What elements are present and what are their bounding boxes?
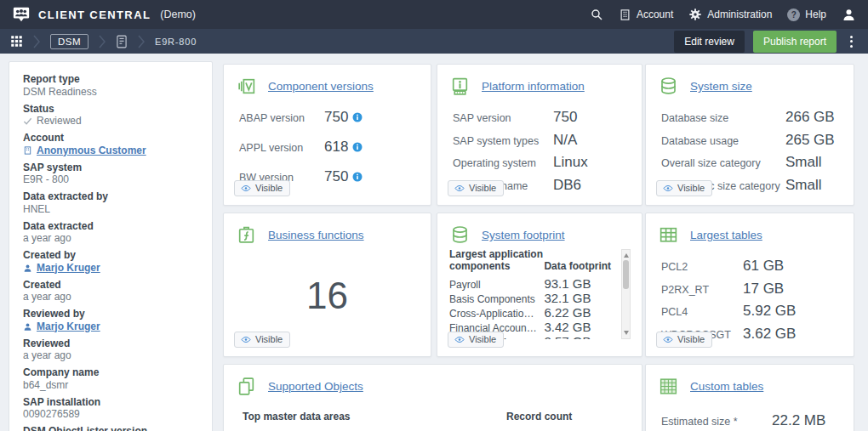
visible-badge[interactable]: Visible bbox=[234, 332, 290, 348]
row-label: ABAP version bbox=[239, 112, 324, 124]
scrollbar-thumb[interactable] bbox=[623, 260, 629, 289]
nav-administration-label: Administration bbox=[707, 9, 772, 20]
edit-review-button[interactable]: Edit review bbox=[674, 31, 745, 53]
row-label: SAP system types bbox=[453, 135, 553, 147]
eye-icon bbox=[454, 184, 465, 192]
column-header: Data footprint bbox=[544, 260, 611, 272]
report-document-icon[interactable] bbox=[116, 35, 128, 48]
visible-badge-label: Visible bbox=[469, 183, 496, 193]
kv-row: P2RX_RT 17 GB bbox=[661, 281, 842, 298]
footprint-row: Basis Components 32.1 GB bbox=[449, 291, 619, 305]
top-nav-items: Account Administration ? Help bbox=[590, 8, 856, 22]
component-versions-title-link[interactable]: Component versions bbox=[268, 80, 374, 93]
field-created: Created a year ago bbox=[23, 280, 198, 304]
row-label: Basis Components bbox=[449, 293, 544, 305]
row-label: Operating system bbox=[453, 157, 553, 169]
field-value: 0090276589 bbox=[23, 408, 198, 421]
kv-row: PCL4 5.92 GB bbox=[661, 303, 842, 320]
field-value: Reviewed bbox=[37, 115, 82, 128]
nav-account[interactable]: Account bbox=[619, 9, 673, 21]
scroll-up-icon[interactable] bbox=[624, 253, 629, 258]
visible-badge[interactable]: Visible bbox=[656, 332, 712, 348]
user-profile-icon[interactable] bbox=[842, 8, 856, 22]
visible-badge[interactable]: Visible bbox=[234, 180, 290, 196]
field-label: Company name bbox=[23, 367, 198, 379]
apps-grid-icon[interactable] bbox=[10, 35, 23, 48]
person-icon bbox=[23, 322, 32, 332]
info-icon[interactable] bbox=[352, 172, 363, 182]
row-value: Small bbox=[785, 154, 822, 171]
field-value: E9R - 800 bbox=[23, 173, 198, 186]
row-label: SAP version bbox=[453, 112, 553, 124]
info-icon[interactable] bbox=[352, 142, 363, 152]
kv-row: Operating system Linux bbox=[453, 154, 630, 171]
row-label: Cross-Application Components bbox=[449, 308, 544, 320]
row-value: 17 GB bbox=[743, 281, 784, 298]
row-value: 3.42 GB bbox=[544, 320, 591, 334]
row-label: APPL version bbox=[239, 142, 324, 154]
system-footprint-title-link[interactable]: System footprint bbox=[482, 229, 565, 241]
field-label: Report type bbox=[23, 74, 198, 86]
kv-row: APPL version 618 bbox=[239, 139, 419, 156]
row-value: 5.92 GB bbox=[743, 303, 796, 320]
footprint-row: Payroll 93.1 GB bbox=[449, 276, 619, 291]
field-data-extracted-by: Data extracted by HNEL bbox=[23, 191, 198, 216]
field-label: Reviewed by bbox=[23, 309, 198, 320]
row-value: 265 GB bbox=[785, 132, 835, 149]
component-versions-card: Component versions ABAP version 750 APPL… bbox=[223, 64, 431, 206]
nav-help-label: Help bbox=[805, 9, 826, 20]
row-label: Database usage bbox=[661, 135, 785, 147]
search-icon[interactable] bbox=[590, 8, 603, 21]
brand-demo-label: (Demo) bbox=[160, 9, 196, 20]
row-label: Payroll bbox=[449, 279, 544, 291]
field-sap-system: SAP system E9R - 800 bbox=[23, 162, 198, 187]
scroll-down-icon[interactable] bbox=[624, 331, 629, 335]
kv-row: SAP system types N/A bbox=[453, 132, 630, 149]
building-icon bbox=[619, 9, 631, 21]
nav-account-label: Account bbox=[637, 9, 673, 20]
publish-report-button[interactable]: Publish report bbox=[753, 31, 837, 53]
system-size-title-link[interactable]: System size bbox=[690, 80, 752, 93]
check-icon bbox=[23, 116, 32, 126]
row-value: 2.57 GB bbox=[544, 334, 591, 339]
custom-tables-title-link[interactable]: Custom tables bbox=[690, 380, 763, 393]
chevron-right-icon bbox=[98, 35, 106, 48]
breadcrumb-dsm[interactable]: DSM bbox=[50, 34, 89, 49]
largest-tables-title-link[interactable]: Largest tables bbox=[690, 229, 762, 241]
person-icon bbox=[23, 264, 32, 273]
platform-information-title-link[interactable]: Platform information bbox=[482, 80, 585, 93]
app-brand[interactable]: CLIENT CENTRAL (Demo) bbox=[12, 5, 196, 24]
field-label: Status bbox=[23, 104, 198, 116]
visible-badge[interactable]: Visible bbox=[656, 180, 712, 196]
field-value: DSM Readiness bbox=[23, 86, 198, 99]
more-options-icon[interactable] bbox=[845, 33, 858, 50]
column-header: Record count bbox=[506, 411, 572, 422]
breadcrumb-system[interactable]: E9R-800 bbox=[155, 37, 197, 47]
row-label: PCL4 bbox=[661, 306, 743, 318]
kv-row: PCL2 61 GB bbox=[661, 258, 842, 275]
info-icon[interactable] bbox=[352, 112, 363, 122]
scrollbar[interactable] bbox=[621, 249, 631, 339]
field-data-extracted: Data extracted a year ago bbox=[23, 221, 198, 246]
supported-objects-table: Top master data areas Record count ERP-H… bbox=[224, 397, 642, 431]
kv-row: Database size 266 GB bbox=[661, 109, 842, 126]
nav-administration[interactable]: Administration bbox=[688, 8, 772, 21]
kv-row: Overall size category Small bbox=[661, 154, 842, 171]
row-value: 618 bbox=[324, 139, 348, 156]
business-functions-title-link[interactable]: Business functions bbox=[268, 229, 364, 241]
reviewed-by-link[interactable]: Marjo Kruger bbox=[37, 320, 100, 333]
supported-objects-title-link[interactable]: Supported Objects bbox=[268, 380, 363, 393]
row-value: 3.62 GB bbox=[743, 326, 796, 343]
created-by-link[interactable]: Marjo Kruger bbox=[37, 262, 100, 275]
visible-badge-label: Visible bbox=[255, 334, 283, 344]
chevron-right-icon bbox=[137, 35, 146, 48]
account-link[interactable]: Anonymous Customer bbox=[37, 145, 146, 157]
row-value: 61 GB bbox=[743, 258, 784, 275]
row-value: 6.22 GB bbox=[544, 305, 591, 320]
nav-help[interactable]: ? Help bbox=[787, 9, 826, 21]
footprint-row: Cross-Application Components 6.22 GB bbox=[449, 305, 619, 320]
breadcrumb-bar: DSM E9R-800 Edit review Publish report bbox=[0, 29, 868, 54]
visible-badge-label: Visible bbox=[677, 334, 705, 344]
visible-badge[interactable]: Visible bbox=[448, 180, 504, 196]
visible-badge[interactable]: Visible bbox=[448, 332, 504, 348]
